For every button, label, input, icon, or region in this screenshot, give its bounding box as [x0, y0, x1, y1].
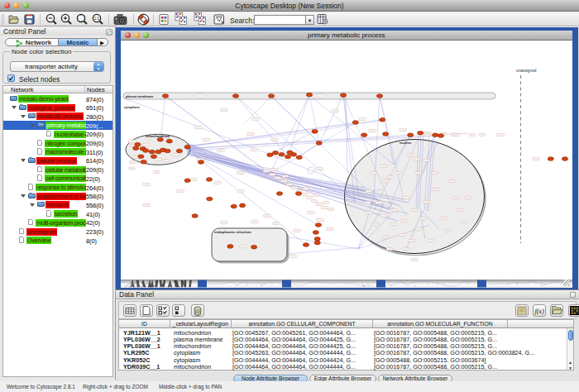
svg-text:1:1: 1:1: [94, 17, 100, 21]
svg-text:cytoplasm: cytoplasm: [124, 106, 140, 109]
svg-text:unassigned: unassigned: [516, 69, 537, 73]
svg-text:nucleus: nucleus: [400, 141, 411, 145]
svg-text:f(x): f(x): [534, 308, 543, 315]
svg-text:plasma membrane: plasma membrane: [126, 95, 153, 98]
svg-text:endoplasmic reticulum: endoplasmic reticulum: [214, 230, 251, 234]
